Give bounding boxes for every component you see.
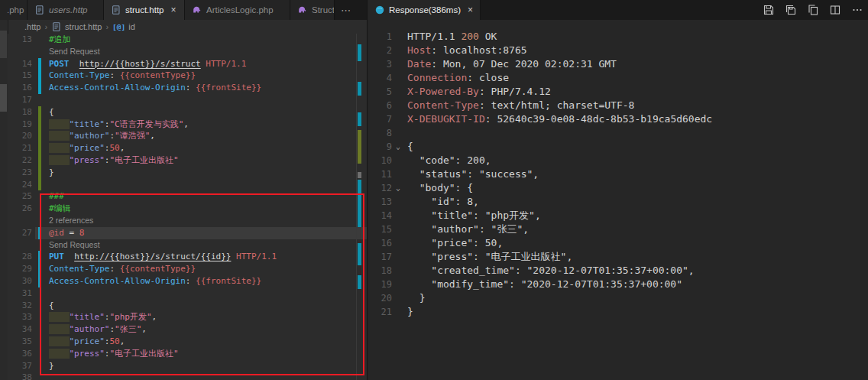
response-editor[interactable]: 1HTTP/1.1 200 OK2Host: localhost:87653Da… bbox=[368, 20, 868, 380]
code-line[interactable]: 32{ bbox=[8, 300, 367, 312]
code-line[interactable]: 12⌄ "body": { bbox=[368, 181, 868, 195]
line-number: 24 bbox=[8, 179, 35, 191]
code-line[interactable]: 20 "author":"谭浩强", bbox=[8, 130, 367, 142]
token: { bbox=[49, 107, 54, 117]
code-content: 2 references bbox=[44, 215, 367, 227]
code-line[interactable]: 14 "title": "php开发", bbox=[368, 209, 868, 222]
token: Host bbox=[407, 44, 431, 56]
send-request-codelens-link[interactable]: Send Request bbox=[49, 240, 100, 249]
code-line[interactable]: 13 "id": 8, bbox=[368, 195, 868, 209]
code-line[interactable]: 34 "author":"张三", bbox=[8, 323, 367, 336]
code-line[interactable]: 15 "author": "张三", bbox=[368, 222, 868, 236]
tab-struct[interactable]: Struct bbox=[290, 0, 335, 20]
more-actions-button[interactable] bbox=[851, 4, 863, 16]
code-content: "press":"电子工业出版社" bbox=[44, 348, 367, 360]
send-request-codelens-link[interactable]: Send Request bbox=[49, 47, 100, 56]
code-content: "author": "张三", bbox=[404, 222, 529, 236]
code-line[interactable]: 21} bbox=[368, 305, 868, 319]
fold-gutter bbox=[392, 305, 404, 319]
breadcrumb-item-id[interactable]: [@]id bbox=[112, 22, 135, 31]
save-all-button[interactable] bbox=[785, 4, 797, 16]
code-line[interactable]: 35 "price":50, bbox=[8, 336, 367, 348]
tab--php[interactable]: .php bbox=[0, 0, 28, 20]
code-line[interactable]: 21 "price":50, bbox=[8, 142, 367, 154]
code-line[interactable]: 30Access-Control-Allow-Origin: {{frontSi… bbox=[8, 275, 367, 287]
code-line[interactable]: 4Connection: close bbox=[368, 71, 868, 85]
split-editor-icon bbox=[829, 4, 841, 16]
tab-articleslogic-php[interactable]: ArticlesLogic.php bbox=[185, 0, 290, 20]
code-line[interactable]: 27@id = 8 bbox=[8, 227, 367, 239]
split-editor-button[interactable] bbox=[829, 4, 841, 16]
tab-struct-http[interactable]: struct.http× bbox=[104, 0, 185, 20]
code-line[interactable]: 19 "modify_time": "2020-12-07T01:35:37+0… bbox=[368, 278, 868, 291]
code-line[interactable]: 33 "title":"php开发", bbox=[8, 311, 367, 323]
code-line[interactable]: 5X-Powered-By: PHP/7.4.12 bbox=[368, 85, 868, 99]
code-line[interactable]: 24 bbox=[8, 179, 367, 191]
close-icon[interactable]: × bbox=[468, 5, 473, 15]
code-line[interactable]: 16 "price": 50, bbox=[368, 236, 868, 250]
code-line[interactable]: 28PUT http://{{host}}/s/struct/{{id}} HT… bbox=[8, 251, 367, 263]
symbol-field-icon: [@] bbox=[112, 23, 125, 31]
code-line[interactable]: 18 "created_time": "2020-12-07T01:35:37+… bbox=[368, 264, 868, 278]
code-content: Send Request bbox=[44, 239, 367, 252]
code-line[interactable]: 26#编辑 bbox=[8, 203, 367, 215]
code-line[interactable]: 6Content-Type: text/html; charset=UTF-8 bbox=[368, 99, 868, 112]
editor-group-sash[interactable] bbox=[367, 0, 368, 380]
token: "title" bbox=[70, 119, 105, 129]
code-line[interactable]: 7X-DEBUGKIT-ID: 52640c39-0e08-48dc-8b53-… bbox=[368, 112, 868, 126]
code-line[interactable]: 38 bbox=[8, 372, 367, 380]
token: Date bbox=[407, 58, 431, 70]
token bbox=[49, 336, 70, 346]
codelens-row[interactable]: Send Request bbox=[8, 46, 367, 58]
code-line[interactable]: 8 bbox=[368, 126, 868, 140]
request-editor[interactable]: 13#追加Send Request14POST http://{{host}}/… bbox=[8, 34, 367, 380]
code-line[interactable]: 11 "status": "success", bbox=[368, 167, 868, 181]
tab-users-http[interactable]: users.http bbox=[28, 0, 104, 20]
code-line[interactable]: 25### bbox=[8, 190, 367, 203]
breadcrumb-item-struct-http[interactable]: struct.http bbox=[51, 21, 102, 32]
code-line[interactable]: 16Access-Control-Allow-Origin: {{frontSi… bbox=[8, 82, 367, 94]
code-content bbox=[404, 126, 407, 140]
breadcrumb-item--http[interactable]: .http bbox=[24, 22, 40, 31]
codelens-row[interactable]: 2 references bbox=[8, 215, 367, 227]
close-icon[interactable]: × bbox=[171, 5, 177, 15]
code-line[interactable]: 2Host: localhost:8765 bbox=[368, 44, 868, 57]
code-line[interactable]: 31 bbox=[8, 287, 367, 300]
token: "created_time": "2020-12-07T01:35:37+00:… bbox=[407, 265, 695, 276]
line-number: 16 bbox=[8, 82, 35, 94]
code-line[interactable]: 23} bbox=[8, 167, 367, 179]
copy-button[interactable] bbox=[807, 4, 819, 16]
code-line[interactable]: 17 "press": "电子工业出版社", bbox=[368, 250, 868, 264]
code-line[interactable]: 3Date: Mon, 07 Dec 2020 02:02:31 GMT bbox=[368, 57, 868, 71]
code-line[interactable]: 17 bbox=[8, 94, 367, 106]
code-line[interactable]: 37} bbox=[8, 360, 367, 372]
save-button[interactable] bbox=[763, 4, 775, 16]
code-line[interactable]: 14POST http://{{host}}/s/struct HTTP/1.1 bbox=[8, 58, 367, 70]
references-codelens-link[interactable]: 2 references bbox=[49, 216, 93, 225]
more-tabs-button[interactable]: ⋯ bbox=[335, 0, 358, 20]
code-line[interactable]: 1HTTP/1.1 200 OK bbox=[368, 30, 868, 44]
code-line[interactable]: 22 "press":"电子工业出版社" bbox=[8, 154, 367, 167]
code-line[interactable]: 15Content-Type: {{contentType}} bbox=[8, 70, 367, 82]
overview-ruler-mark-modified bbox=[358, 82, 361, 96]
code-line[interactable]: 19 "title":"C语言开发与实践", bbox=[8, 119, 367, 131]
code-line[interactable]: 13#追加 bbox=[8, 34, 367, 46]
code-line[interactable]: 10 "code": 200, bbox=[368, 154, 868, 167]
breadcrumb-separator: › bbox=[44, 22, 47, 31]
fold-gutter bbox=[392, 250, 404, 264]
code-line[interactable]: 20 } bbox=[368, 291, 868, 305]
line-number: 20 bbox=[368, 291, 392, 305]
code-line[interactable]: 18{ bbox=[8, 106, 367, 119]
codelens-row[interactable]: Send Request bbox=[8, 239, 367, 252]
response-icon bbox=[374, 5, 385, 15]
fold-chevron-icon[interactable]: ⌄ bbox=[392, 181, 404, 195]
line-number: 2 bbox=[368, 44, 392, 57]
fold-chevron-icon[interactable]: ⌄ bbox=[392, 140, 404, 154]
token: {{contentType}} bbox=[120, 70, 196, 80]
tab-response[interactable]: Response(386ms)× bbox=[368, 0, 481, 20]
code-line[interactable]: 36 "press":"电子工业出版社" bbox=[8, 348, 367, 360]
code-line[interactable]: 9⌄{ bbox=[368, 140, 868, 154]
gutter bbox=[35, 106, 44, 119]
code-line[interactable]: 29Content-Type: {{contentType}} bbox=[8, 263, 367, 275]
code-content: "modify_time": "2020-12-07T01:35:37+00:0… bbox=[404, 278, 682, 291]
